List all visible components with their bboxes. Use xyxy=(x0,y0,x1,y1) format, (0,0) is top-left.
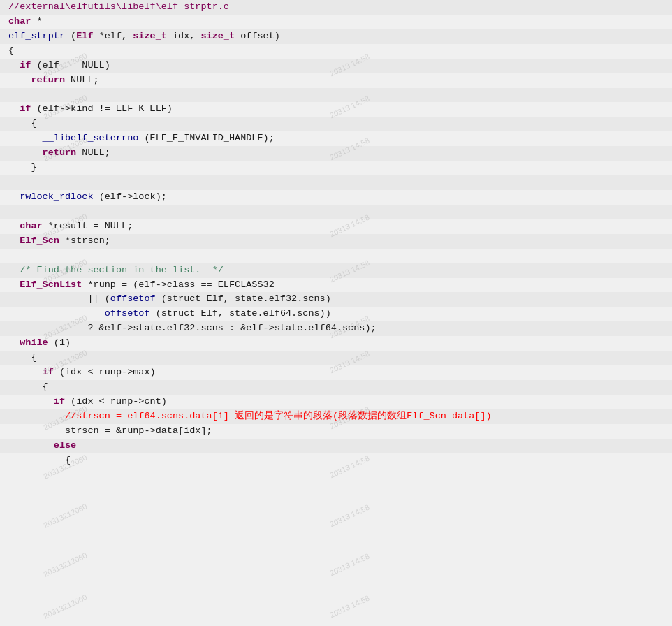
code-line: { xyxy=(0,380,672,395)
code-line: return NULL; xyxy=(0,73,672,88)
code-line: char *result = NULL; xyxy=(0,219,672,234)
code-line: { xyxy=(0,44,672,59)
code-line: else xyxy=(0,439,672,453)
code-line: strscn = &runp->data[idx]; xyxy=(0,424,672,439)
code-line: rwlock_rdlock (elf->lock); xyxy=(0,190,672,205)
code-line: } xyxy=(0,161,672,175)
code-line: __libelf_seterrno (ELF_E_INVALID_HANDLE)… xyxy=(0,131,672,146)
code-line: return NULL; xyxy=(0,146,672,161)
code-line: //strscn = elf64.scns.data[1] 返回的是字符串的段落… xyxy=(0,409,672,424)
code-line xyxy=(0,175,672,190)
code-line: /* Find the section in the list. */ xyxy=(0,263,672,278)
code-line: char * xyxy=(0,15,672,29)
code-line: Elf_Scn *strscn; xyxy=(0,234,672,249)
code-line: if (elf == NULL) xyxy=(0,59,672,73)
code-line xyxy=(0,88,672,103)
code-lines-container: //external\elfutils\libelf\elf_strptr.cc… xyxy=(0,0,672,468)
code-line: { xyxy=(0,453,672,468)
code-viewer: 2031321206020313 14:582031321206020313 1… xyxy=(0,0,672,626)
code-line: ? &elf->state.elf32.scns : &elf->state.e… xyxy=(0,321,672,336)
code-line: //external\elfutils\libelf\elf_strptr.c xyxy=(0,0,672,15)
code-line xyxy=(0,205,672,219)
code-line: { xyxy=(0,117,672,131)
code-line: { xyxy=(0,351,672,365)
code-line: if (elf->kind != ELF_K_ELF) xyxy=(0,102,672,117)
code-line: Elf_ScnList *runp = (elf->class == ELFCL… xyxy=(0,278,672,293)
code-line: == offsetof (struct Elf, state.elf64.scn… xyxy=(0,307,672,321)
code-line: if (idx < runp->max) xyxy=(0,365,672,380)
code-line xyxy=(0,249,672,263)
code-line: || (offsetof (struct Elf, state.elf32.sc… xyxy=(0,292,672,307)
code-line: if (idx < runp->cnt) xyxy=(0,395,672,409)
code-line: elf_strptr (Elf *elf, size_t idx, size_t… xyxy=(0,29,672,44)
code-line: while (1) xyxy=(0,336,672,351)
